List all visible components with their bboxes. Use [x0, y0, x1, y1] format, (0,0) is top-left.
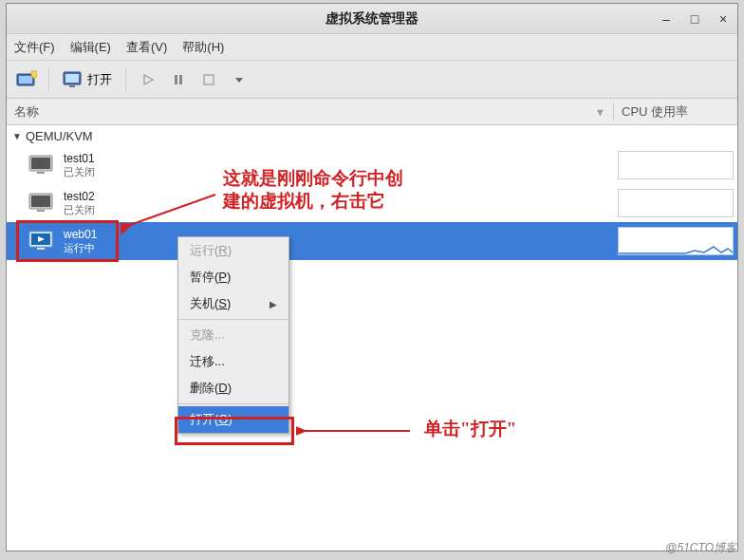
monitor-off-icon [28, 191, 56, 215]
minimize-button[interactable]: – [660, 11, 673, 27]
svg-rect-13 [37, 172, 45, 174]
submenu-arrow-icon: ▶ [270, 299, 277, 309]
column-cpu[interactable]: CPU 使用率 [614, 103, 737, 121]
svg-rect-16 [37, 210, 45, 212]
toolbar-separator [125, 68, 126, 91]
disclosure-triangle-icon[interactable]: ▼ [12, 131, 22, 141]
open-vm-button[interactable]: 打开 [59, 68, 116, 91]
power-dropdown-button[interactable] [227, 67, 251, 92]
vm-list: ▼ QEMU/KVM test01 已关闭 test02 已关闭 [7, 125, 737, 551]
svg-rect-7 [175, 75, 177, 84]
stop-button[interactable] [196, 67, 221, 92]
window-title: 虚拟系统管理器 [7, 10, 737, 28]
ctx-delete[interactable]: 删除(D) [178, 375, 288, 401]
cpu-graph [618, 151, 734, 179]
titlebar: 虚拟系统管理器 – □ × [7, 4, 737, 34]
svg-rect-4 [65, 74, 79, 83]
app-window: 虚拟系统管理器 – □ × 文件(F) 编辑(E) 查看(V) 帮助(H) 打开 [6, 3, 738, 551]
column-name[interactable]: 名称 ▼ [7, 103, 614, 121]
cpu-graph [618, 189, 734, 217]
ctx-shutdown[interactable]: 关机(S)▶ [178, 290, 288, 317]
svg-rect-1 [19, 76, 32, 84]
col-name-label: 名称 [14, 103, 39, 121]
pause-button[interactable] [166, 67, 191, 92]
toolbar-separator [48, 68, 49, 91]
menu-separator [178, 403, 288, 404]
vm-state: 运行中 [64, 241, 97, 254]
list-header: 名称 ▼ CPU 使用率 [7, 99, 737, 125]
svg-rect-20 [37, 248, 45, 250]
ctx-migrate[interactable]: 迁移... [178, 348, 288, 375]
menubar: 文件(F) 编辑(E) 查看(V) 帮助(H) [7, 34, 737, 61]
vm-name: test01 [64, 152, 95, 165]
svg-rect-12 [31, 158, 50, 169]
ctx-open[interactable]: 打开(O) [178, 406, 288, 433]
toolbar: 打开 [7, 61, 737, 99]
monitor-off-icon [28, 153, 56, 177]
svg-marker-10 [235, 78, 243, 83]
ctx-run: 运行(R) [178, 237, 288, 264]
play-button[interactable] [136, 67, 160, 92]
connection-group[interactable]: ▼ QEMU/KVM [7, 125, 737, 146]
svg-rect-8 [179, 75, 182, 84]
vm-name: test02 [64, 190, 95, 203]
svg-rect-15 [31, 196, 50, 207]
annotation-text: 这就是刚刚命令行中创建的虚拟机，右击它 [223, 167, 403, 213]
close-button[interactable]: × [716, 11, 730, 27]
open-label: 打开 [87, 71, 112, 88]
svg-rect-9 [204, 75, 214, 84]
ctx-pause[interactable]: 暂停(P) [178, 264, 288, 290]
sort-indicator-icon: ▼ [595, 106, 605, 118]
vm-row-web01[interactable]: web01 运行中 [7, 222, 737, 260]
menu-separator [178, 319, 288, 320]
cpu-graph [618, 227, 734, 255]
watermark: @51CTO博客 [665, 540, 736, 556]
annotation-text: 单击"打开" [424, 418, 516, 440]
vm-name: web01 [64, 228, 97, 241]
monitor-icon [63, 70, 84, 89]
svg-rect-5 [69, 85, 75, 87]
menu-file[interactable]: 文件(F) [14, 39, 55, 56]
svg-marker-6 [144, 75, 153, 84]
new-vm-button[interactable] [14, 67, 39, 92]
menu-help[interactable]: 帮助(H) [182, 39, 224, 56]
maximize-button[interactable]: □ [688, 11, 701, 27]
menu-edit[interactable]: 编辑(E) [70, 39, 111, 56]
annotation-arrow-icon [296, 421, 419, 440]
context-menu: 运行(R) 暂停(P) 关机(S)▶ 克隆... 迁移... 删除(D) 打开(… [177, 236, 289, 434]
ctx-clone: 克隆... [178, 322, 288, 348]
vm-state: 已关闭 [64, 203, 95, 216]
monitor-running-icon [28, 229, 56, 253]
menu-view[interactable]: 查看(V) [126, 39, 167, 56]
vm-state: 已关闭 [64, 165, 95, 178]
window-controls: – □ × [660, 4, 730, 34]
group-label: QEMU/KVM [26, 129, 93, 143]
